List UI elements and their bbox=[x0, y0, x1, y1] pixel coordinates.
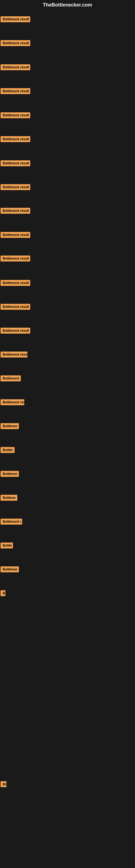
bottleneck-badge[interactable]: Bottleneck result bbox=[1, 232, 30, 238]
bottleneck-badge[interactable]: Bottleneck r bbox=[1, 519, 22, 525]
bottleneck-badge[interactable]: Bottlenec bbox=[1, 566, 19, 572]
site-title: TheBottlenecker.com bbox=[0, 0, 135, 11]
bottleneck-badge[interactable]: Bottler bbox=[1, 447, 14, 453]
bottleneck-badge[interactable]: Bo bbox=[1, 781, 6, 787]
bottleneck-badge[interactable]: B bbox=[1, 590, 5, 596]
bottleneck-badge[interactable]: Bottleneck result bbox=[1, 304, 30, 310]
bottleneck-badge[interactable]: Bottleneck result bbox=[1, 40, 30, 46]
bottleneck-badge[interactable]: Bottleneck result bbox=[1, 255, 30, 261]
bottleneck-badge[interactable]: Bottleneck result bbox=[1, 208, 30, 214]
bottleneck-badge[interactable]: Bottlene bbox=[1, 495, 17, 501]
bottleneck-badge[interactable]: Bottleneck result bbox=[1, 184, 30, 190]
bottleneck-badge[interactable]: Bottleneck result bbox=[1, 64, 30, 70]
bottleneck-badge[interactable]: Bottleneck result bbox=[1, 280, 30, 286]
bottleneck-badge[interactable]: Bottleneck res bbox=[1, 399, 24, 405]
bottleneck-badge[interactable]: Bottlenec bbox=[1, 423, 19, 429]
bottleneck-badge[interactable]: Bottleneck bbox=[1, 375, 21, 381]
bottleneck-badge[interactable]: Bottlenec bbox=[1, 471, 19, 477]
bottleneck-badge[interactable]: Bottleneck resul bbox=[1, 351, 28, 358]
bottleneck-badge[interactable]: Bottleneck result bbox=[1, 16, 30, 22]
items-container: Bottleneck resultBottleneck resultBottle… bbox=[0, 11, 135, 868]
bottleneck-badge[interactable]: Bottleneck result bbox=[1, 328, 30, 334]
bottleneck-badge[interactable]: Bottleneck result bbox=[1, 136, 30, 142]
bottleneck-badge[interactable]: Bottleneck result bbox=[1, 160, 30, 166]
bottleneck-badge[interactable]: Bottle bbox=[1, 542, 13, 549]
bottleneck-badge[interactable]: Bottleneck result bbox=[1, 88, 30, 94]
bottleneck-badge[interactable]: Bottleneck result bbox=[1, 112, 30, 118]
